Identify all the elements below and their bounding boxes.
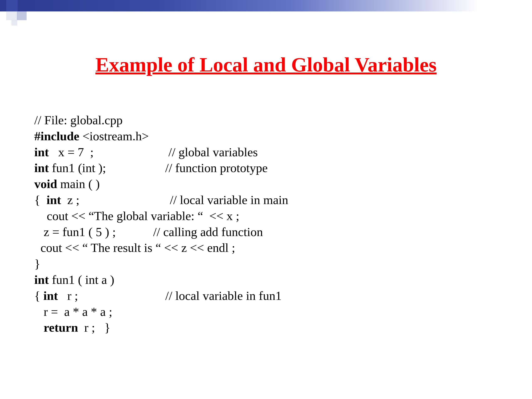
code-text: r ; } <box>78 321 110 334</box>
decorative-square-icon <box>6 12 16 20</box>
code-line: int fun1 ( int a ) <box>34 272 288 288</box>
code-text: { <box>34 193 47 207</box>
decorative-square-icon <box>17 12 27 20</box>
code-line: } <box>34 256 288 272</box>
code-line: { int z ; // local variable in main <box>34 192 288 208</box>
code-block: // File: global.cpp #include <iostream.h… <box>34 112 288 336</box>
code-line: int x = 7 ; // global variables <box>34 144 288 160</box>
code-line: // File: global.cpp <box>34 112 288 128</box>
code-text: z ; // local variable in main <box>61 193 288 207</box>
keyword: return <box>44 321 78 334</box>
code-line: return r ; } <box>34 320 288 336</box>
decorative-square-icon <box>12 20 17 25</box>
code-text: { <box>34 289 44 303</box>
code-text: r ; // local variable in fun1 <box>58 289 282 303</box>
slide-title: Example of Local and Global Variables <box>0 53 532 76</box>
keyword: int <box>34 145 49 159</box>
code-text: <iostream.h> <box>79 129 149 143</box>
code-line: cout << “ The result is “ << z << endl ; <box>34 240 288 256</box>
code-text: fun1 ( int a ) <box>49 273 114 287</box>
keyword: int <box>34 273 49 287</box>
code-line: void main ( ) <box>34 176 288 192</box>
code-text: main ( ) <box>57 177 100 191</box>
code-text <box>34 321 44 334</box>
code-line: z = fun1 ( 5 ) ; // calling add function <box>34 224 288 240</box>
header-gradient-bar <box>0 0 532 12</box>
code-line: cout << “The global variable: “ << x ; <box>34 208 288 224</box>
keyword: #include <box>34 129 79 143</box>
code-line: #include <iostream.h> <box>34 128 288 144</box>
code-line: { int r ; // local variable in fun1 <box>34 288 288 304</box>
code-line: int fun1 (int ); // function prototype <box>34 160 288 176</box>
code-line: r = a * a * a ; <box>34 304 288 320</box>
keyword: int <box>34 161 49 175</box>
code-text: fun1 (int ); // function prototype <box>49 161 268 175</box>
keyword: void <box>34 177 57 191</box>
decorative-square-icon <box>6 0 18 12</box>
keyword: int <box>47 193 61 207</box>
keyword: int <box>44 289 58 303</box>
code-text: x = 7 ; // global variables <box>49 145 258 159</box>
